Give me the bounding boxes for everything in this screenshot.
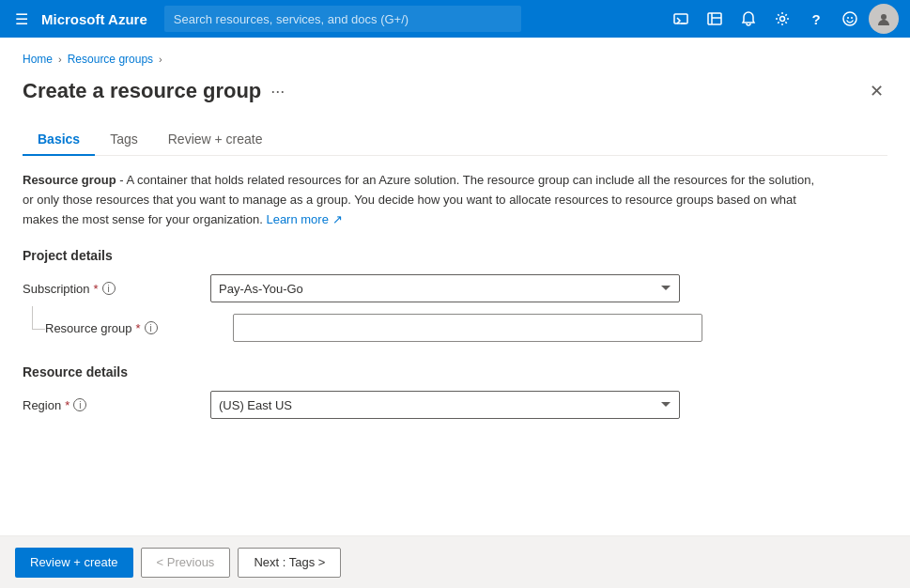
region-required: *	[65, 398, 69, 412]
region-control: (US) East US	[210, 391, 680, 419]
topnav-icons: ?	[666, 4, 899, 34]
help-icon[interactable]: ?	[801, 4, 831, 34]
subscription-label: Subscription * i	[23, 282, 210, 296]
resource-details-title: Resource details	[23, 364, 887, 379]
subscription-control: Pay-As-You-Go	[210, 274, 680, 302]
description-text: Resource group - A container that holds …	[23, 171, 821, 229]
avatar[interactable]	[869, 4, 899, 34]
cloud-shell-icon[interactable]	[666, 4, 696, 34]
resource-group-control	[233, 314, 702, 342]
subscription-row: Subscription * i Pay-As-You-Go	[23, 274, 887, 302]
project-details-title: Project details	[23, 248, 887, 263]
page-title: Create a resource group	[23, 79, 261, 103]
svg-rect-2	[708, 13, 721, 24]
resource-group-row: Resource group * i	[23, 314, 887, 342]
page-title-left: Create a resource group ···	[23, 79, 285, 103]
breadcrumb-sep-2: ›	[159, 54, 162, 65]
region-row: Region * i (US) East US	[23, 391, 887, 419]
tab-review-create[interactable]: Review + create	[153, 124, 278, 156]
description-bold: Resource group	[23, 173, 116, 187]
directory-icon[interactable]	[700, 4, 730, 34]
settings-icon[interactable]	[767, 4, 797, 34]
search-input[interactable]	[164, 6, 521, 32]
region-select[interactable]: (US) East US	[210, 391, 680, 419]
review-create-button[interactable]: Review + create	[15, 548, 133, 578]
brand-title: Microsoft Azure	[41, 11, 147, 27]
region-info-icon[interactable]: i	[73, 398, 86, 411]
subscription-select[interactable]: Pay-As-You-Go	[210, 274, 680, 302]
tab-basics[interactable]: Basics	[23, 124, 95, 156]
svg-point-7	[847, 17, 849, 19]
resource-group-input[interactable]	[233, 314, 702, 342]
subscription-info-icon[interactable]: i	[102, 282, 116, 295]
resource-group-info-icon[interactable]: i	[145, 321, 158, 334]
svg-point-5	[780, 17, 785, 22]
resource-group-required: *	[136, 321, 141, 335]
breadcrumb-home[interactable]: Home	[23, 53, 53, 66]
more-options-icon[interactable]: ···	[270, 82, 285, 101]
feedback-icon[interactable]	[835, 4, 865, 34]
project-details-section: Project details Subscription * i Pay-As-…	[23, 248, 887, 342]
page-title-row: Create a resource group ··· ✕	[23, 77, 887, 105]
svg-point-9	[881, 14, 887, 20]
breadcrumb-resource-groups[interactable]: Resource groups	[68, 53, 153, 66]
svg-point-6	[843, 12, 856, 25]
breadcrumb-sep-1: ›	[58, 54, 62, 65]
svg-point-8	[851, 17, 853, 19]
subscription-required: *	[94, 282, 99, 296]
notifications-icon[interactable]	[733, 4, 763, 34]
region-label: Region * i	[23, 398, 210, 412]
top-navigation: ☰ Microsoft Azure ?	[0, 0, 910, 38]
description-body: - A container that holds related resourc…	[23, 173, 814, 226]
resource-group-label: Resource group * i	[45, 321, 233, 335]
main-content: Home › Resource groups › Create a resour…	[0, 38, 910, 535]
tab-tags[interactable]: Tags	[95, 124, 153, 156]
learn-more-link[interactable]: Learn more ↗	[266, 212, 342, 226]
tab-bar: Basics Tags Review + create	[23, 124, 887, 156]
previous-button[interactable]: < Previous	[141, 548, 231, 578]
hamburger-menu[interactable]: ☰	[11, 7, 32, 32]
svg-rect-0	[674, 14, 687, 23]
breadcrumb: Home › Resource groups ›	[23, 53, 887, 66]
resource-details-section: Resource details Region * i (US) East US	[23, 364, 887, 419]
next-button[interactable]: Next : Tags >	[238, 548, 341, 578]
close-button[interactable]: ✕	[866, 77, 887, 105]
bottom-toolbar: Review + create < Previous Next : Tags >	[0, 535, 910, 588]
